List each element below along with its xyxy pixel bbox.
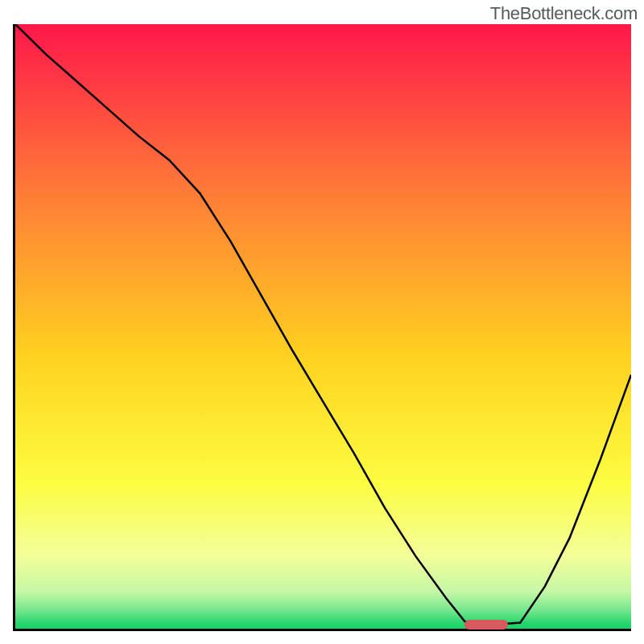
optimal-range-marker [464,620,508,630]
bottleneck-curve [15,24,631,625]
curve-layer [15,24,631,629]
plot-area [13,24,631,631]
chart-container: TheBottleneck.com [0,0,644,644]
watermark-text: TheBottleneck.com [490,3,638,24]
